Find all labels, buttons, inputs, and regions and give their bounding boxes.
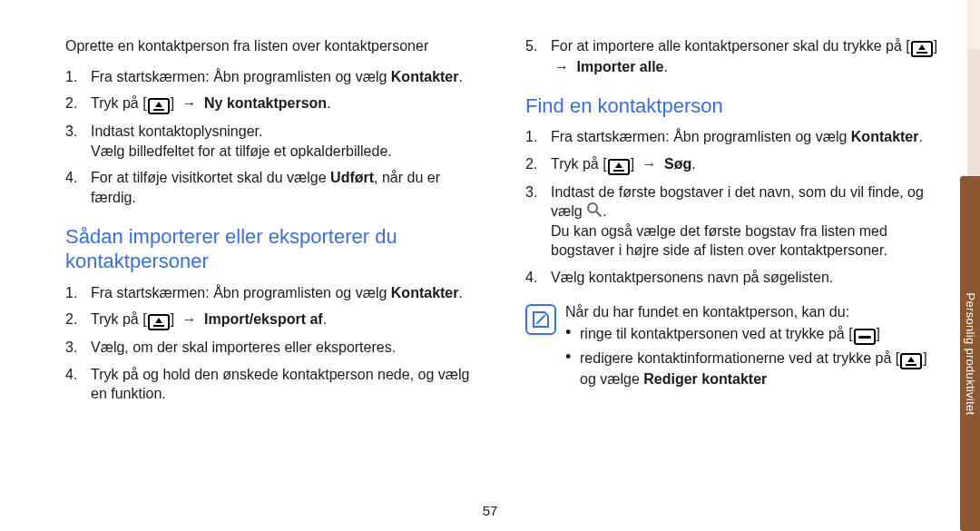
side-tabs: Personlig produktivitet	[956, 0, 980, 531]
create-steps: Fra startskærmen: Åbn programlisten og v…	[65, 67, 482, 208]
svg-marker-5	[918, 44, 926, 50]
find-step-1: Fra startskærmen: Åbn programlisten og v…	[525, 127, 942, 147]
menu-icon	[900, 353, 922, 369]
svg-marker-12	[907, 357, 915, 362]
import-step-4: Tryk på og hold den ønskede kontaktperso…	[65, 365, 482, 404]
left-column: Oprette en kontaktperson fra listen over…	[65, 36, 482, 515]
import-steps: Fra startskærmen: Åbn programlisten og v…	[65, 283, 482, 404]
svg-rect-2	[153, 325, 164, 327]
find-steps: Fra startskærmen: Åbn programlisten og v…	[525, 127, 942, 288]
page-content: Oprette en kontaktperson fra listen over…	[0, 0, 980, 531]
side-tab-active: Personlig produktivitet	[960, 176, 980, 531]
svg-rect-4	[916, 52, 927, 54]
side-tab-faded-2	[967, 49, 980, 176]
find-step-4: Vælg kontaktpersonens navn på søgelisten…	[525, 268, 942, 288]
create-step-2: Tryk på [] → Ny kontaktperson.	[65, 93, 482, 114]
import-step-1: Fra startskærmen: Åbn programlisten og v…	[65, 283, 482, 303]
import-heading: Sådan importerer eller eksporterer du ko…	[65, 224, 482, 274]
svg-marker-7	[615, 162, 622, 168]
create-intro: Oprette en kontaktperson fra listen over…	[65, 36, 482, 56]
svg-rect-6	[613, 170, 624, 172]
svg-line-9	[596, 211, 601, 216]
create-step-1: Fra startskærmen: Åbn programlisten og v…	[65, 67, 482, 87]
import-step-5: For at importere alle kontaktpersoner sk…	[525, 36, 942, 77]
svg-marker-3	[155, 318, 162, 323]
menu-icon	[148, 314, 170, 330]
note-icon	[525, 304, 556, 335]
menu-icon	[148, 98, 170, 114]
create-step-4: For at tilføje visitkortet skal du vælge…	[65, 168, 482, 207]
menu-icon	[608, 159, 630, 175]
svg-rect-0	[153, 109, 164, 111]
svg-marker-1	[155, 102, 162, 107]
call-key-icon	[854, 329, 876, 345]
note-item-1: ringe til kontaktpersonen ved at trykke …	[565, 324, 942, 345]
side-tab-label: Personlig produktivitet	[964, 292, 977, 415]
side-tab-faded-1	[967, 0, 980, 49]
search-icon	[586, 202, 603, 218]
page-number: 57	[0, 503, 980, 518]
find-heading: Find en kontaktperson	[525, 93, 942, 119]
find-step-3: Indtast de første bogstaver i det navn, …	[525, 182, 942, 261]
import-step-2: Tryk på [] → Import/eksport af.	[65, 310, 482, 330]
svg-rect-11	[906, 364, 916, 366]
import-step-3: Vælg, om der skal importeres eller ekspo…	[65, 338, 482, 358]
note-intro: Når du har fundet en kontaktperson, kan …	[565, 304, 942, 320]
note-item-2: redigere kontaktinformationerne ved at t…	[565, 349, 942, 389]
menu-icon	[911, 41, 933, 57]
import-steps-continued: For at importere alle kontaktpersoner sk…	[525, 36, 942, 77]
create-step-3: Indtast kontaktoplysninger. Vælg billedf…	[65, 122, 482, 161]
find-step-2: Tryk på [] → Søg.	[525, 154, 942, 175]
right-column: For at importere alle kontaktpersoner sk…	[525, 36, 942, 515]
svg-rect-10	[858, 336, 871, 339]
note-body: Når du har fundet en kontaktperson, kan …	[565, 304, 942, 389]
note-block: Når du har fundet en kontaktperson, kan …	[525, 304, 942, 389]
